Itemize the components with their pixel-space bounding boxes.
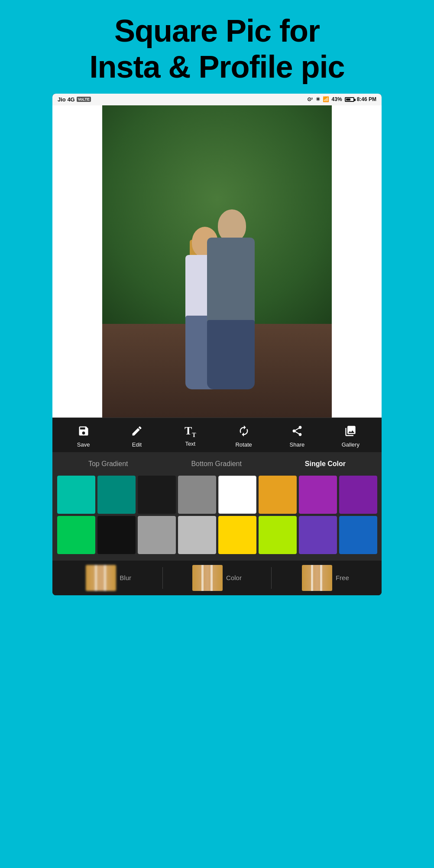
text-icon: TT: [185, 425, 196, 438]
save-label: Save: [77, 441, 90, 448]
photo-canvas[interactable]: [102, 105, 332, 418]
tab-single-color[interactable]: Single Color: [301, 458, 350, 470]
swatch-violet[interactable]: [299, 516, 337, 554]
swatch-black2[interactable]: [97, 516, 136, 554]
swatch-purple-light[interactable]: [339, 476, 377, 514]
man-body: [207, 238, 255, 324]
image-area: [52, 105, 382, 418]
app-title: Square Pic for Insta & Profile pic: [17, 13, 417, 85]
swatch-white[interactable]: [218, 476, 256, 514]
mode-color[interactable]: Color: [163, 565, 271, 591]
swatch-lime[interactable]: [259, 516, 297, 554]
white-side-right: [332, 105, 382, 418]
gallery-icon: [344, 425, 356, 439]
color-label: Color: [226, 574, 242, 581]
text-label: Text: [185, 441, 195, 447]
white-side-left: [52, 105, 102, 418]
man-jeans: [207, 320, 255, 389]
bluetooth-icon: ✳: [316, 96, 320, 102]
edit-label: Edit: [132, 441, 142, 448]
color-thumbnail: [192, 565, 223, 591]
man-head: [218, 209, 246, 242]
toolbar-save[interactable]: Save: [66, 425, 101, 448]
status-left: Jio 4G VoLTE: [58, 96, 91, 103]
mode-blur[interactable]: Blur: [55, 565, 162, 591]
swatch-row-1: [55, 476, 379, 514]
status-bar: Jio 4G VoLTE ⊙¹ ✳ 📶 43% 8:46 PM: [52, 94, 382, 105]
edit-icon: [131, 425, 143, 439]
tab-top-gradient[interactable]: Top Gradient: [84, 458, 133, 470]
save-icon: [78, 425, 90, 439]
toolbar-share[interactable]: Share: [280, 425, 314, 448]
carrier-text: Jio 4G: [58, 96, 75, 103]
signal-icon: 📶: [323, 96, 329, 102]
color-swatches: [52, 476, 382, 561]
swatch-purple-dark[interactable]: [299, 476, 337, 514]
tab-bottom-gradient[interactable]: Bottom Gradient: [187, 458, 246, 470]
swatch-black[interactable]: [138, 476, 176, 514]
mode-selector: Blur Color Free: [52, 561, 382, 595]
swatch-row-2: [55, 516, 379, 554]
rotate-label: Rotate: [235, 441, 252, 448]
mode-free[interactable]: Free: [272, 565, 379, 591]
swatch-green[interactable]: [57, 516, 95, 554]
free-label: Free: [336, 574, 349, 581]
color-tabs: Top Gradient Bottom Gradient Single Colo…: [52, 452, 382, 476]
toolbar-rotate[interactable]: Rotate: [227, 425, 261, 448]
swatch-yellow[interactable]: [218, 516, 256, 554]
swatch-blue[interactable]: [339, 516, 377, 554]
share-icon: [291, 425, 303, 439]
blur-thumbnail: [86, 565, 116, 591]
status-right: ⊙¹ ✳ 📶 43% 8:46 PM: [307, 96, 376, 102]
gallery-label: Gallery: [342, 441, 360, 448]
phone-frame: Jio 4G VoLTE ⊙¹ ✳ 📶 43% 8:46 PM: [52, 94, 382, 595]
battery-icon: [345, 97, 354, 102]
swatch-gray[interactable]: [178, 476, 216, 514]
person-man: [196, 209, 266, 392]
swatch-teal-light[interactable]: [57, 476, 95, 514]
app-header: Square Pic for Insta & Profile pic: [0, 0, 434, 94]
toolbar-edit[interactable]: Edit: [120, 425, 154, 448]
toolbar: Save Edit TT Text Rotate: [52, 418, 382, 452]
rotate-icon: [238, 425, 250, 439]
free-thumbnail: [302, 565, 332, 591]
battery-percent: 43%: [332, 96, 342, 102]
toolbar-text[interactable]: TT Text: [173, 425, 207, 447]
swatch-orange[interactable]: [259, 476, 297, 514]
swatch-gray-medium[interactable]: [138, 516, 176, 554]
time-display: 8:46 PM: [357, 96, 376, 102]
swatch-gray-light[interactable]: [178, 516, 216, 554]
swatch-teal-dark[interactable]: [97, 476, 136, 514]
toolbar-gallery[interactable]: Gallery: [333, 425, 368, 448]
volte-badge: VoLTE: [77, 97, 91, 102]
blur-label: Blur: [120, 574, 131, 581]
share-label: Share: [290, 441, 305, 448]
wifi-icon: ⊙¹: [307, 96, 313, 102]
